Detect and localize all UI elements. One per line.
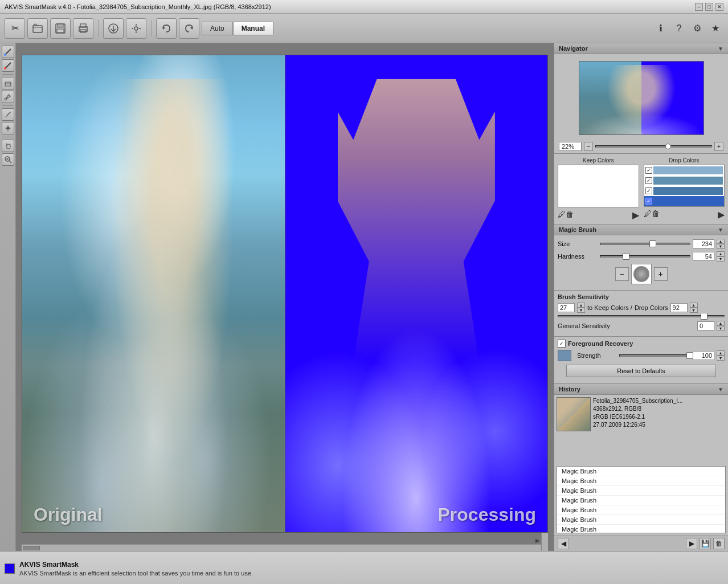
size-slider[interactable] bbox=[600, 243, 690, 245]
drop-color-item-3[interactable]: ✓ bbox=[644, 186, 725, 196]
help-icon[interactable]: ? bbox=[671, 21, 687, 36]
history-delete-button[interactable]: 🗑 bbox=[713, 538, 725, 549]
history-item-2[interactable]: Magic Brush bbox=[557, 486, 725, 496]
settings-export-icon[interactable] bbox=[126, 18, 146, 39]
size-increment-button[interactable]: ▲ bbox=[717, 239, 725, 244]
brush-plus-button[interactable]: + bbox=[654, 267, 668, 281]
zoom-percentage[interactable]: 22% bbox=[559, 142, 582, 151]
drop-color-check-3[interactable]: ✓ bbox=[645, 187, 652, 194]
zoom-in-button[interactable]: + bbox=[714, 142, 723, 151]
brush-keep-tool[interactable] bbox=[2, 46, 14, 58]
drop-color-item-2[interactable]: ✓ bbox=[644, 175, 725, 186]
sensitivity-drop-decrement[interactable]: ▼ bbox=[690, 308, 698, 313]
scroll-right-icon[interactable]: ▶ bbox=[535, 537, 540, 544]
sensitivity-slider-thumb[interactable] bbox=[701, 313, 707, 320]
foreground-recovery-title: Foreground Recovery bbox=[568, 340, 633, 347]
drop-colors-list[interactable]: ✓ ✓ ✓ ✓ bbox=[644, 165, 725, 207]
magic-brush-tool[interactable] bbox=[2, 122, 14, 134]
hand-tool[interactable] bbox=[2, 140, 14, 152]
navigator-thumbnail[interactable] bbox=[579, 61, 704, 135]
history-save-button[interactable]: 💾 bbox=[700, 538, 711, 549]
brush-minus-button[interactable]: − bbox=[615, 267, 629, 281]
strength-slider[interactable] bbox=[619, 354, 690, 357]
save-icon[interactable] bbox=[50, 18, 71, 39]
keep-color-add-icon[interactable]: ▶ bbox=[632, 210, 639, 220]
strength-value[interactable]: 100 bbox=[693, 351, 714, 360]
foreground-recovery-checkbox[interactable]: ✓ bbox=[558, 340, 566, 348]
history-item-6[interactable]: Magic Brush bbox=[557, 525, 725, 534]
redo-button[interactable] bbox=[179, 18, 199, 39]
cut-icon[interactable]: ✂ bbox=[5, 18, 25, 39]
info-icon[interactable]: ℹ bbox=[653, 21, 669, 36]
history-item-0[interactable]: Magic Brush bbox=[557, 467, 725, 476]
drop-color-check-4[interactable]: ✓ bbox=[645, 198, 652, 205]
export-icon[interactable] bbox=[103, 18, 124, 39]
drop-color-item-4[interactable]: ✓ bbox=[644, 196, 725, 206]
sensitivity-keep-increment[interactable]: ▲ bbox=[577, 303, 585, 308]
print-icon[interactable] bbox=[73, 18, 93, 39]
undo-button[interactable] bbox=[156, 18, 177, 39]
history-list[interactable]: Magic Brush Magic Brush Magic Brush Magi… bbox=[557, 466, 726, 534]
history-item-4[interactable]: Magic Brush bbox=[557, 505, 725, 515]
hardness-increment-button[interactable]: ▲ bbox=[717, 251, 725, 256]
brush-drop-tool[interactable] bbox=[2, 59, 14, 72]
restore-button[interactable]: □ bbox=[705, 3, 713, 11]
reset-defaults-button[interactable]: Reset to Defaults bbox=[566, 365, 717, 377]
sensitivity-keep-value[interactable]: 27 bbox=[558, 303, 575, 312]
drop-color-picker-icon[interactable]: 🖊 bbox=[644, 209, 652, 220]
hardness-slider[interactable] bbox=[600, 255, 690, 258]
close-button[interactable]: ✕ bbox=[715, 3, 723, 11]
auto-mode-button[interactable]: Auto bbox=[202, 22, 233, 35]
keep-colors-list[interactable] bbox=[558, 165, 639, 207]
strength-slider-thumb[interactable] bbox=[686, 352, 693, 359]
size-value[interactable]: 234 bbox=[693, 239, 714, 248]
manual-mode-button[interactable]: Manual bbox=[233, 22, 273, 35]
drop-color-add-icon[interactable]: ▶ bbox=[718, 209, 725, 220]
size-slider-thumb[interactable] bbox=[649, 240, 656, 247]
history-collapse-button[interactable]: ▼ bbox=[718, 386, 723, 393]
foreground-color-swatch[interactable] bbox=[558, 350, 571, 361]
drop-color-check-2[interactable]: ✓ bbox=[645, 177, 652, 184]
general-sensitivity-increment[interactable]: ▲ bbox=[717, 321, 725, 326]
history-title: History bbox=[559, 386, 580, 393]
size-decrement-button[interactable]: ▼ bbox=[717, 244, 725, 249]
favorites-icon[interactable]: ★ bbox=[707, 21, 723, 36]
sensitivity-drop-value[interactable]: 92 bbox=[670, 303, 688, 312]
drop-color-item-1[interactable]: ✓ bbox=[644, 165, 725, 175]
keep-color-delete-icon[interactable]: 🗑 bbox=[566, 210, 574, 220]
history-item-5[interactable]: Magic Brush bbox=[557, 515, 725, 525]
sensitivity-drop-increment[interactable]: ▲ bbox=[690, 303, 698, 308]
sensitivity-keep-decrement[interactable]: ▼ bbox=[577, 308, 585, 313]
strength-decrement-button[interactable]: ▼ bbox=[717, 356, 725, 361]
history-back-button[interactable]: ◀ bbox=[558, 538, 569, 549]
minimize-button[interactable]: – bbox=[695, 3, 703, 11]
general-sensitivity-value[interactable]: 0 bbox=[697, 321, 714, 330]
hardness-value[interactable]: 54 bbox=[693, 252, 714, 261]
canvas-processing[interactable]: Processing bbox=[285, 55, 549, 533]
zoom-slider-thumb[interactable] bbox=[665, 144, 671, 149]
magic-brush-collapse-button[interactable]: ▼ bbox=[718, 227, 723, 233]
canvas-original[interactable]: Original bbox=[22, 55, 285, 533]
history-item-1[interactable]: Magic Brush bbox=[557, 476, 725, 486]
open-icon[interactable] bbox=[27, 18, 48, 39]
keep-color-picker-icon[interactable]: 🖊 bbox=[558, 210, 566, 220]
history-item-3[interactable]: Magic Brush bbox=[557, 496, 725, 505]
eraser-tool[interactable] bbox=[2, 77, 14, 89]
drop-color-check-1[interactable]: ✓ bbox=[645, 167, 652, 174]
history-thumbnail bbox=[557, 397, 591, 431]
zoom-slider[interactable] bbox=[595, 145, 712, 148]
brush-paint-tool[interactable] bbox=[2, 108, 14, 121]
zoom-tool[interactable] bbox=[2, 153, 14, 166]
history-play-button[interactable]: ▶ bbox=[686, 538, 697, 549]
general-sensitivity-decrement[interactable]: ▼ bbox=[717, 326, 725, 331]
drop-color-delete-icon[interactable]: 🗑 bbox=[652, 209, 660, 220]
sensitivity-slider[interactable] bbox=[558, 315, 725, 317]
hardness-decrement-button[interactable]: ▼ bbox=[717, 256, 725, 262]
color-picker-tool[interactable] bbox=[2, 91, 14, 103]
hardness-slider-thumb[interactable] bbox=[623, 253, 629, 260]
history-section: History ▼ Fotolia_32984705_Subscription_… bbox=[554, 384, 728, 551]
zoom-out-button[interactable]: − bbox=[584, 142, 593, 151]
navigator-collapse-button[interactable]: ▼ bbox=[718, 46, 723, 52]
strength-increment-button[interactable]: ▲ bbox=[717, 350, 725, 356]
preferences-icon[interactable]: ⚙ bbox=[689, 21, 705, 36]
